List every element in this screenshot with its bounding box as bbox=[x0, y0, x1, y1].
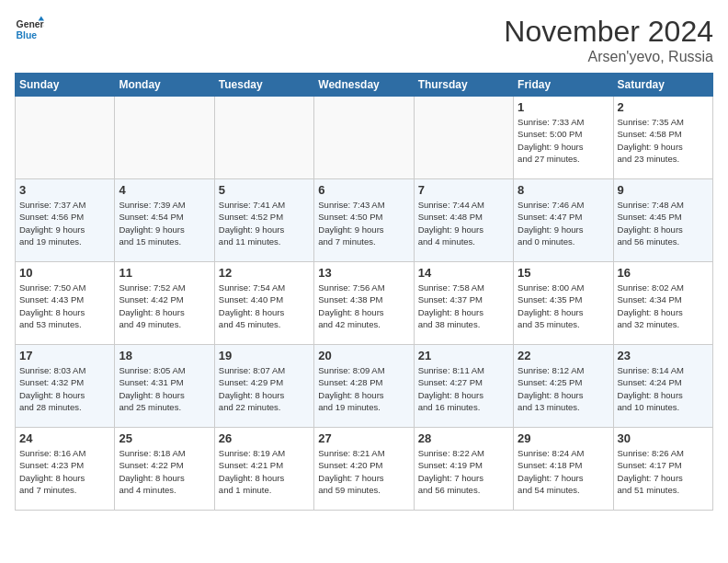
day-info: Sunrise: 8:02 AM Sunset: 4:34 PM Dayligh… bbox=[618, 282, 709, 330]
calendar-day-cell: 15Sunrise: 8:00 AM Sunset: 4:35 PM Dayli… bbox=[514, 262, 613, 345]
calendar-day-cell: 13Sunrise: 7:56 AM Sunset: 4:38 PM Dayli… bbox=[314, 262, 414, 345]
weekday-header: Saturday bbox=[613, 74, 712, 97]
day-info: Sunrise: 8:09 AM Sunset: 4:28 PM Dayligh… bbox=[318, 364, 409, 413]
svg-marker-2 bbox=[39, 17, 44, 21]
day-number: 30 bbox=[618, 431, 709, 445]
calendar-day-cell: 29Sunrise: 8:24 AM Sunset: 4:18 PM Dayli… bbox=[514, 428, 613, 511]
calendar-day-cell: 5Sunrise: 7:41 AM Sunset: 4:52 PM Daylig… bbox=[214, 179, 313, 262]
day-info: Sunrise: 8:22 AM Sunset: 4:19 PM Dayligh… bbox=[418, 447, 509, 496]
day-number: 10 bbox=[19, 266, 110, 280]
title-area: November 2024 Arsen'yevo, Russia bbox=[504, 15, 713, 65]
calendar-day-cell: 30Sunrise: 8:26 AM Sunset: 4:17 PM Dayli… bbox=[613, 428, 712, 511]
day-info: Sunrise: 7:56 AM Sunset: 4:38 PM Dayligh… bbox=[318, 282, 409, 330]
calendar-day-cell: 23Sunrise: 8:14 AM Sunset: 4:24 PM Dayli… bbox=[613, 345, 712, 428]
day-number: 19 bbox=[219, 349, 310, 362]
day-info: Sunrise: 8:19 AM Sunset: 4:21 PM Dayligh… bbox=[219, 447, 310, 496]
calendar-day-cell: 10Sunrise: 7:50 AM Sunset: 4:43 PM Dayli… bbox=[16, 262, 115, 345]
calendar-day-cell: 18Sunrise: 8:05 AM Sunset: 4:31 PM Dayli… bbox=[115, 345, 214, 428]
calendar-day-cell: 19Sunrise: 8:07 AM Sunset: 4:29 PM Dayli… bbox=[214, 345, 313, 428]
svg-text:General: General bbox=[17, 19, 44, 29]
day-info: Sunrise: 7:46 AM Sunset: 4:47 PM Dayligh… bbox=[518, 199, 609, 247]
day-info: Sunrise: 8:24 AM Sunset: 4:18 PM Dayligh… bbox=[518, 447, 609, 496]
day-number: 24 bbox=[19, 431, 110, 445]
day-number: 2 bbox=[618, 100, 709, 114]
calendar-day-cell: 25Sunrise: 8:18 AM Sunset: 4:22 PM Dayli… bbox=[115, 428, 214, 511]
weekday-header: Sunday bbox=[16, 74, 115, 97]
day-number: 1 bbox=[518, 100, 609, 114]
weekday-header: Monday bbox=[115, 74, 214, 97]
calendar-day-cell: 26Sunrise: 8:19 AM Sunset: 4:21 PM Dayli… bbox=[214, 428, 313, 511]
day-info: Sunrise: 8:05 AM Sunset: 4:31 PM Dayligh… bbox=[119, 364, 210, 413]
calendar-day-cell: 12Sunrise: 7:54 AM Sunset: 4:40 PM Dayli… bbox=[214, 262, 313, 345]
calendar-day-cell bbox=[314, 97, 414, 179]
day-number: 9 bbox=[618, 183, 709, 197]
day-info: Sunrise: 7:33 AM Sunset: 5:00 PM Dayligh… bbox=[518, 116, 609, 165]
day-info: Sunrise: 7:41 AM Sunset: 4:52 PM Dayligh… bbox=[219, 199, 310, 247]
day-number: 7 bbox=[418, 183, 509, 197]
day-number: 5 bbox=[219, 183, 310, 197]
calendar-day-cell: 7Sunrise: 7:44 AM Sunset: 4:48 PM Daylig… bbox=[414, 179, 513, 262]
location-title: Arsen'yevo, Russia bbox=[504, 49, 713, 65]
day-info: Sunrise: 8:12 AM Sunset: 4:25 PM Dayligh… bbox=[518, 364, 609, 413]
day-number: 6 bbox=[318, 183, 409, 197]
month-title: November 2024 bbox=[504, 15, 713, 49]
day-info: Sunrise: 8:11 AM Sunset: 4:27 PM Dayligh… bbox=[418, 364, 509, 413]
day-info: Sunrise: 7:52 AM Sunset: 4:42 PM Dayligh… bbox=[119, 282, 210, 330]
day-number: 13 bbox=[318, 266, 409, 280]
day-number: 26 bbox=[219, 431, 310, 445]
logo-icon: General Blue bbox=[15, 15, 44, 44]
day-number: 14 bbox=[418, 266, 509, 280]
calendar-day-cell bbox=[414, 97, 513, 179]
calendar-day-cell bbox=[115, 97, 214, 179]
calendar-week-row: 3Sunrise: 7:37 AM Sunset: 4:56 PM Daylig… bbox=[16, 179, 713, 262]
calendar-day-cell: 11Sunrise: 7:52 AM Sunset: 4:42 PM Dayli… bbox=[115, 262, 214, 345]
day-number: 3 bbox=[19, 183, 110, 197]
day-info: Sunrise: 8:14 AM Sunset: 4:24 PM Dayligh… bbox=[618, 364, 709, 413]
day-number: 21 bbox=[418, 349, 509, 362]
day-info: Sunrise: 7:54 AM Sunset: 4:40 PM Dayligh… bbox=[219, 282, 310, 330]
day-number: 12 bbox=[219, 266, 310, 280]
day-number: 20 bbox=[318, 349, 409, 362]
day-number: 22 bbox=[518, 349, 609, 362]
weekday-header: Tuesday bbox=[214, 74, 313, 97]
calendar-day-cell: 16Sunrise: 8:02 AM Sunset: 4:34 PM Dayli… bbox=[613, 262, 712, 345]
calendar-day-cell: 6Sunrise: 7:43 AM Sunset: 4:50 PM Daylig… bbox=[314, 179, 414, 262]
calendar-day-cell: 27Sunrise: 8:21 AM Sunset: 4:20 PM Dayli… bbox=[314, 428, 414, 511]
calendar-day-cell: 21Sunrise: 8:11 AM Sunset: 4:27 PM Dayli… bbox=[414, 345, 513, 428]
weekday-header: Wednesday bbox=[314, 74, 414, 97]
day-info: Sunrise: 7:48 AM Sunset: 4:45 PM Dayligh… bbox=[618, 199, 709, 247]
day-info: Sunrise: 8:00 AM Sunset: 4:35 PM Dayligh… bbox=[518, 282, 609, 330]
day-info: Sunrise: 7:39 AM Sunset: 4:54 PM Dayligh… bbox=[119, 199, 210, 247]
day-number: 8 bbox=[518, 183, 609, 197]
day-info: Sunrise: 7:50 AM Sunset: 4:43 PM Dayligh… bbox=[19, 282, 110, 330]
calendar-day-cell: 3Sunrise: 7:37 AM Sunset: 4:56 PM Daylig… bbox=[16, 179, 115, 262]
day-info: Sunrise: 7:58 AM Sunset: 4:37 PM Dayligh… bbox=[418, 282, 509, 330]
day-info: Sunrise: 7:35 AM Sunset: 4:58 PM Dayligh… bbox=[618, 116, 709, 165]
day-number: 11 bbox=[119, 266, 210, 280]
calendar-day-cell bbox=[16, 97, 115, 179]
svg-text:Blue: Blue bbox=[17, 30, 38, 40]
day-number: 23 bbox=[618, 349, 709, 362]
calendar-week-row: 10Sunrise: 7:50 AM Sunset: 4:43 PM Dayli… bbox=[16, 262, 713, 345]
day-number: 15 bbox=[518, 266, 609, 280]
calendar-week-row: 24Sunrise: 8:16 AM Sunset: 4:23 PM Dayli… bbox=[16, 428, 713, 511]
calendar-week-row: 1Sunrise: 7:33 AM Sunset: 5:00 PM Daylig… bbox=[16, 97, 713, 179]
day-number: 18 bbox=[119, 349, 210, 362]
day-number: 17 bbox=[19, 349, 110, 362]
day-number: 28 bbox=[418, 431, 509, 445]
calendar-day-cell bbox=[214, 97, 313, 179]
calendar-day-cell: 2Sunrise: 7:35 AM Sunset: 4:58 PM Daylig… bbox=[613, 97, 712, 179]
day-number: 25 bbox=[119, 431, 210, 445]
day-number: 29 bbox=[518, 431, 609, 445]
weekday-header: Friday bbox=[514, 74, 613, 97]
day-number: 16 bbox=[618, 266, 709, 280]
weekday-header: Thursday bbox=[414, 74, 513, 97]
day-info: Sunrise: 8:18 AM Sunset: 4:22 PM Dayligh… bbox=[119, 447, 210, 496]
calendar-day-cell: 20Sunrise: 8:09 AM Sunset: 4:28 PM Dayli… bbox=[314, 345, 414, 428]
calendar-day-cell: 22Sunrise: 8:12 AM Sunset: 4:25 PM Dayli… bbox=[514, 345, 613, 428]
calendar-week-row: 17Sunrise: 8:03 AM Sunset: 4:32 PM Dayli… bbox=[16, 345, 713, 428]
calendar-day-cell: 1Sunrise: 7:33 AM Sunset: 5:00 PM Daylig… bbox=[514, 97, 613, 179]
calendar-day-cell: 14Sunrise: 7:58 AM Sunset: 4:37 PM Dayli… bbox=[414, 262, 513, 345]
calendar-day-cell: 4Sunrise: 7:39 AM Sunset: 4:54 PM Daylig… bbox=[115, 179, 214, 262]
calendar-table: SundayMondayTuesdayWednesdayThursdayFrid… bbox=[15, 73, 713, 511]
